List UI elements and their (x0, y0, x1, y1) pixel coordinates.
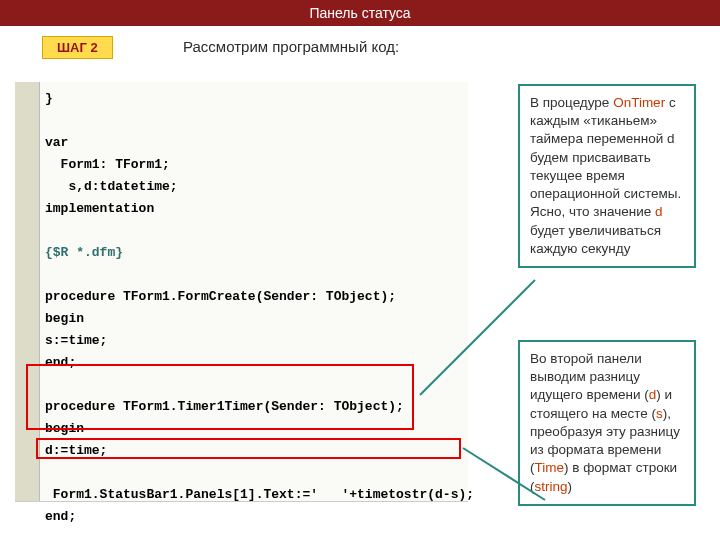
highlight-timer-proc (26, 364, 414, 430)
code-line: Form1.StatusBar1.Panels[1].Text:=' '+tim… (45, 487, 474, 502)
keyword-ontimer: OnTimer (613, 95, 665, 110)
code-line: procedure TForm1.FormCreate(Sender: TObj… (45, 289, 396, 304)
callout-text: ) (568, 479, 573, 494)
keyword-time: Time (535, 460, 565, 475)
code-directive: {$R *.dfm} (45, 245, 123, 260)
code-content: } var Form1: TForm1; s,d:tdatetime; impl… (45, 88, 474, 540)
callout-text: с каждым «тиканьем» таймера переменной d… (530, 95, 681, 219)
keyword-string: string (535, 479, 568, 494)
keyword-s: s (656, 406, 663, 421)
code-line: Form1: TForm1; (45, 157, 170, 172)
code-line: end; (45, 509, 76, 524)
callout-text: будет увеличиваться каждую секунду (530, 223, 661, 256)
callout-ontimer: В процедуре OnTimer с каждым «тиканьем» … (518, 84, 696, 268)
step-label: ШАГ 2 (57, 40, 98, 55)
step-badge: ШАГ 2 (42, 36, 113, 59)
code-line: } (45, 91, 53, 106)
code-line: s:=time; (45, 333, 107, 348)
callout-text: В процедуре (530, 95, 613, 110)
code-line: s,d:tdatetime; (45, 179, 178, 194)
callout-statusbar: Во второй панели выводим разницу идущего… (518, 340, 696, 506)
code-line: implementation (45, 201, 154, 216)
highlight-statusbar-line (36, 438, 461, 459)
code-line: var (45, 135, 68, 150)
slide-title: Панель статуса (309, 5, 410, 21)
slide-header: Панель статуса (0, 0, 720, 26)
callout-text: Во второй панели выводим разницу идущего… (530, 351, 649, 402)
keyword-d: d (655, 204, 663, 219)
code-line: begin (45, 311, 84, 326)
prompt-text: Рассмотрим программный код: (183, 38, 399, 55)
